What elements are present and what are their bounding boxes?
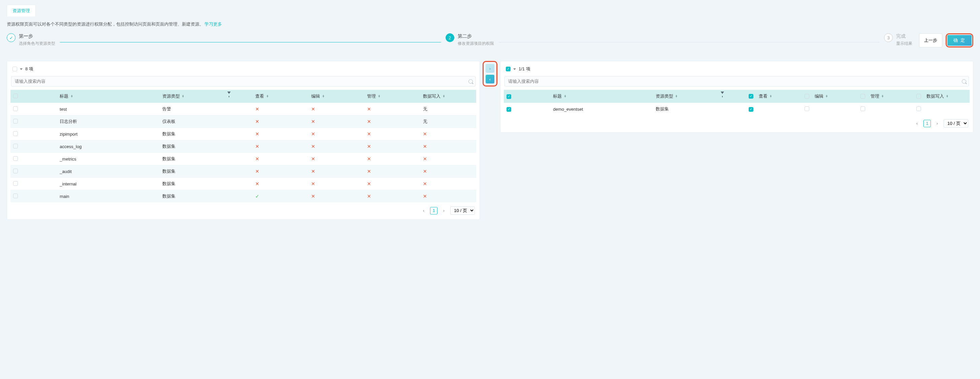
cell-title: demo_eventset — [550, 103, 653, 116]
x-icon: ✕ — [311, 144, 315, 149]
col-view: 查看 — [255, 93, 264, 99]
header-checkbox[interactable] — [13, 94, 18, 98]
row-checkbox[interactable] — [13, 156, 18, 161]
x-icon: ✕ — [255, 119, 259, 124]
sort-icon[interactable] — [946, 95, 949, 98]
page-prev[interactable]: ‹ — [913, 120, 921, 127]
target-panel: 1/1 项 标题 资源类型 查看 编辑 管理 数据写入 demo_eventse… — [500, 61, 973, 133]
caret-down-icon[interactable] — [513, 68, 516, 70]
row-checkbox[interactable] — [506, 107, 511, 112]
page-size-select[interactable]: 10 / 页 — [943, 119, 968, 128]
row-checkbox[interactable] — [13, 144, 18, 148]
row-checkbox[interactable] — [13, 193, 18, 198]
step-sub: 修改资源项目的权限 — [458, 41, 494, 46]
prev-step-button[interactable]: 上一步 — [919, 33, 942, 48]
col-write: 数据写入 — [926, 93, 944, 99]
source-search-input[interactable] — [11, 76, 476, 87]
perm-checkbox[interactable] — [861, 106, 865, 111]
header-checkbox[interactable] — [506, 94, 511, 99]
move-right-button[interactable]: › — [485, 64, 495, 73]
col-edit-checkbox[interactable] — [805, 94, 809, 98]
table-row[interactable]: zipimport数据集✕✕✕✕ — [10, 128, 476, 140]
select-all-checkbox[interactable] — [506, 67, 511, 71]
page-size-select[interactable]: 10 / 页 — [450, 206, 475, 215]
x-icon: ✕ — [255, 156, 259, 162]
step-3: 3 完成 显示结果 — [884, 33, 912, 46]
page-prev[interactable]: ‹ — [420, 207, 427, 214]
page-current[interactable]: 1 — [923, 120, 931, 127]
cell-type: 仪表板 — [160, 116, 225, 128]
table-row[interactable]: test告警✕✕✕无 — [10, 103, 476, 116]
col-manage-checkbox[interactable] — [861, 94, 865, 98]
confirm-button[interactable]: 确 定 — [947, 35, 972, 46]
step-title: 第二步 — [458, 33, 494, 40]
cell-text: 无 — [423, 106, 427, 111]
perm-checkbox[interactable] — [916, 106, 921, 111]
sort-icon[interactable] — [322, 95, 325, 98]
sort-icon[interactable] — [770, 95, 772, 98]
cell-title: zipimport — [57, 128, 159, 140]
page-description: 资源权限页面可以对各个不同类型的资源进行权限分配，包括控制访问页面和页面内管理、… — [7, 21, 204, 27]
sort-icon[interactable] — [881, 95, 884, 98]
row-checkbox[interactable] — [13, 131, 18, 136]
x-icon: ✕ — [423, 181, 427, 187]
filter-icon[interactable] — [721, 92, 724, 99]
cell-type: 数据集 — [160, 190, 225, 203]
cell-type: 数据集 — [653, 103, 718, 116]
step-1: ✓ 第一步 选择角色与资源类型 — [7, 33, 55, 46]
table-row[interactable]: 日志分析仪表板✕✕✕无 — [10, 116, 476, 128]
row-checkbox[interactable] — [13, 106, 18, 111]
cell-title: _internal — [57, 178, 159, 190]
sort-icon[interactable] — [182, 95, 185, 98]
step-sub: 显示结果 — [896, 41, 912, 46]
table-row[interactable]: _audit数据集✕✕✕✕ — [10, 165, 476, 178]
table-row[interactable]: _metrics数据集✕✕✕✕ — [10, 153, 476, 165]
page-next[interactable]: › — [440, 207, 447, 214]
x-icon: ✕ — [311, 181, 315, 187]
sort-icon[interactable] — [266, 95, 269, 98]
perm-checkbox[interactable] — [749, 107, 753, 112]
row-checkbox[interactable] — [13, 169, 18, 173]
sort-icon[interactable] — [675, 95, 678, 98]
x-icon: ✕ — [367, 181, 371, 187]
x-icon: ✕ — [367, 131, 371, 136]
filter-icon[interactable] — [228, 92, 231, 99]
move-left-button[interactable]: ‹ — [485, 75, 495, 84]
cell-title: access_log — [57, 140, 159, 153]
col-view-checkbox[interactable] — [749, 94, 753, 98]
cell-title: _audit — [57, 165, 159, 178]
learn-more-link[interactable]: 学习更多 — [204, 21, 222, 27]
source-count: 8 项 — [25, 66, 33, 72]
page-next[interactable]: › — [934, 120, 941, 127]
select-all-checkbox[interactable] — [13, 67, 17, 71]
table-row[interactable]: demo_eventset数据集 — [504, 103, 970, 116]
col-view: 查看 — [759, 93, 767, 99]
cell-type: 数据集 — [160, 178, 225, 190]
row-checkbox[interactable] — [13, 181, 18, 186]
sort-icon[interactable] — [70, 95, 73, 98]
row-checkbox[interactable] — [13, 119, 18, 124]
x-icon: ✕ — [367, 144, 371, 149]
cell-type: 数据集 — [160, 153, 225, 165]
table-row[interactable]: _internal数据集✕✕✕✕ — [10, 178, 476, 190]
cell-type: 数据集 — [160, 140, 225, 153]
sort-icon[interactable] — [378, 95, 380, 98]
move-buttons-highlight: › ‹ — [483, 61, 497, 87]
table-row[interactable]: main数据集✓✕✕✕ — [10, 190, 476, 203]
col-write-checkbox[interactable] — [916, 94, 921, 98]
sort-icon[interactable] — [564, 95, 566, 98]
table-row[interactable]: access_log数据集✕✕✕✕ — [10, 140, 476, 153]
tab-resource-mgmt[interactable]: 资源管理 — [7, 5, 36, 16]
col-edit: 编辑 — [815, 93, 823, 99]
page-current[interactable]: 1 — [430, 207, 438, 214]
caret-down-icon[interactable] — [20, 68, 22, 70]
x-icon: ✕ — [367, 119, 371, 124]
perm-checkbox[interactable] — [805, 106, 809, 111]
step-number-icon: 2 — [445, 33, 454, 42]
sort-icon[interactable] — [826, 95, 828, 98]
tab-label: 资源管理 — [13, 8, 30, 13]
target-search-input[interactable] — [504, 76, 969, 87]
step-number-icon: 3 — [884, 33, 893, 42]
sort-icon[interactable] — [442, 95, 445, 98]
x-icon: ✕ — [255, 144, 259, 149]
